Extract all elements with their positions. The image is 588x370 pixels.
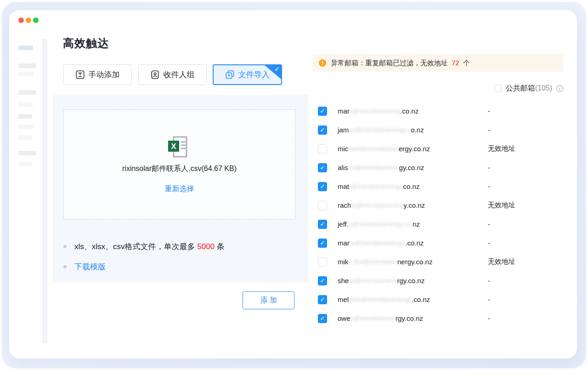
recipient-email: james@meridianenergy.co.nz (338, 126, 424, 134)
recipient-row: james@meridianenergy.co.nz - (318, 120, 566, 139)
recipient-list: mark@meridianenerg.co.nz - james@meridia… (318, 102, 566, 328)
recipient-status: 无效地址 (488, 201, 515, 210)
close-window-icon[interactable] (18, 17, 24, 23)
recipient-row: maria@meridianenergy.co.nz - (318, 233, 566, 252)
sidebar-skeleton-bar-active (18, 46, 33, 50)
recipient-row: mark@meridianenerg.co.nz - (318, 102, 566, 120)
bullet-icon (63, 265, 67, 268)
recipient-status: - (488, 314, 490, 322)
sidebar-skeleton-bar (18, 114, 32, 119)
excel-file-icon: X (167, 136, 192, 159)
recipient-checkbox[interactable] (318, 314, 327, 323)
recipient-status: - (488, 239, 490, 247)
file-upload-icon (226, 70, 234, 79)
sidebar-skeleton-bar (18, 72, 33, 76)
tab-label: 手动添加 (89, 69, 120, 80)
recipient-checkbox[interactable] (318, 220, 327, 229)
recipient-email: maria@meridianenergy.co.nz (338, 239, 424, 247)
masked-email-segment: e.thu@meridiane (348, 258, 397, 265)
bullet-icon (63, 245, 67, 248)
tab-file-import[interactable]: 文件导入 (213, 64, 282, 85)
recipient-status: - (488, 182, 490, 190)
file-dropzone[interactable]: X rixinsolar邮件联系人.csv(64.67 KB) 重新选择 (63, 109, 295, 219)
recipient-checkbox[interactable] (318, 257, 327, 267)
recipient-status: - (488, 126, 490, 134)
recipient-email: melanie@meridianenergy.co.nz (338, 296, 430, 303)
tab-label: 收件人组 (164, 69, 195, 80)
masked-email-segment: on@meridianener (348, 164, 399, 171)
recipient-status: 无效地址 (488, 144, 515, 153)
invalid-count: 72 (450, 59, 461, 67)
recipient-row: owen@meridianenergy.co.nz - (318, 309, 566, 328)
alert-text: 异常邮箱：重复邮箱已过滤，无效地址 72 个 (331, 59, 470, 68)
recipient-row: sheila@meridianenergy.co.nz - (318, 271, 566, 290)
recipient-checkbox[interactable] (318, 295, 327, 304)
info-icon[interactable] (556, 85, 563, 92)
sidebar-skeleton-bar (18, 90, 36, 95)
public-mailbox-row: 公共邮箱(105) (312, 81, 563, 95)
uploaded-file-name: rixinsolar邮件联系人.csv(64.67 KB) (64, 164, 295, 174)
masked-email-segment: ila@meridianene (349, 277, 397, 284)
maximize-window-icon[interactable] (33, 17, 39, 23)
recipient-checkbox[interactable] (318, 201, 327, 210)
recipient-checkbox[interactable] (318, 163, 327, 172)
tab-recipient-group[interactable]: 收件人组 (138, 64, 207, 85)
format-hint-row: xls、xlsx、csv格式文件，单次最多 5000 条 (63, 241, 225, 252)
svg-text:X: X (171, 142, 176, 151)
recipient-email: jeff.s@meridianenergy.co.nz (338, 220, 420, 228)
public-mailbox-checkbox[interactable] (494, 85, 502, 92)
page-title: 高效触达 (63, 36, 109, 51)
warning-icon (319, 59, 326, 67)
recipient-status: 无效地址 (488, 257, 515, 266)
download-template-link[interactable]: 下载模版 (74, 262, 106, 272)
recipient-checkbox[interactable] (318, 276, 327, 285)
masked-email-segment: hael@meridianen (348, 145, 399, 152)
recipient-status: - (488, 107, 490, 115)
recipient-email: matt@meridianenergy.co.nz (338, 182, 419, 190)
format-hint-text: xls、xlsx、csv格式文件，单次最多 5000 条 (74, 241, 225, 252)
sidebar-skeleton-bar (18, 135, 32, 140)
sidebar-skeleton-bar (18, 162, 32, 166)
recipient-email: owen@meridianenergy.co.nz (338, 314, 423, 322)
reselect-file-link[interactable]: 重新选择 (64, 184, 295, 194)
recipient-checkbox[interactable] (318, 182, 327, 191)
add-button[interactable]: 添 加 (243, 291, 294, 309)
masked-email-segment: anie@meridianenergy (349, 296, 412, 303)
recipient-row: matt@meridianenergy.co.nz - (318, 177, 566, 196)
sidebar-skeleton-bar (18, 125, 33, 129)
sidebar-skeleton-bar (18, 151, 36, 155)
download-template-row: 下载模版 (63, 262, 106, 272)
sidebar-skeleton-bar (18, 102, 33, 107)
tab-manual-add[interactable]: 手动添加 (63, 64, 132, 85)
recipient-email: alison@meridianenergy.co.nz (338, 164, 424, 171)
recipient-email: michael@meridianenergy.co.nz (338, 145, 430, 153)
masked-email-segment: el@meridianenerg (351, 202, 403, 209)
recipient-checkbox[interactable] (318, 144, 327, 154)
public-mailbox-count: (105) (535, 84, 552, 92)
masked-email-segment: ia@meridianenergy (350, 239, 405, 246)
recipient-status: - (488, 296, 490, 303)
max-count-highlight: 5000 (197, 242, 215, 251)
tab-label: 文件导入 (238, 69, 270, 80)
recipient-checkbox[interactable] (318, 125, 327, 135)
contacts-icon (151, 70, 159, 79)
recipient-row: alison@meridianenergy.co.nz - (318, 158, 566, 177)
text-input-icon (76, 70, 85, 79)
sidebar-skeleton-bar (18, 63, 36, 68)
file-import-panel: X rixinsolar邮件联系人.csv(64.67 KB) 重新选择 xls… (53, 95, 308, 283)
minimize-window-icon[interactable] (26, 17, 31, 23)
masked-email-segment: s@meridianenergy.co. (349, 221, 413, 228)
recipient-checkbox[interactable] (318, 239, 327, 248)
masked-email-segment: k@meridianenerg (350, 108, 400, 114)
recipient-row: melanie@meridianenergy.co.nz - (318, 290, 566, 309)
abnormal-mailbox-alert: 异常邮箱：重复邮箱已过滤，无效地址 72 个 (312, 54, 563, 72)
recipient-email: rachel@meridianenergy.co.nz (338, 201, 425, 209)
sidebar-divider (42, 39, 47, 343)
recipient-status: - (488, 164, 490, 171)
recipient-row: jeff.s@meridianenergy.co.nz - (318, 215, 566, 233)
recipient-checkbox[interactable] (318, 107, 327, 116)
recipient-email: mike.thu@meridianenergy.co.nz (338, 258, 432, 266)
app-window: 高效触达 手动添加 收件人组 文件导入 (9, 10, 577, 359)
recipient-row: mike.thu@meridianenergy.co.nz 无效地址 (318, 252, 566, 271)
masked-email-segment: n@meridianene (351, 315, 396, 322)
